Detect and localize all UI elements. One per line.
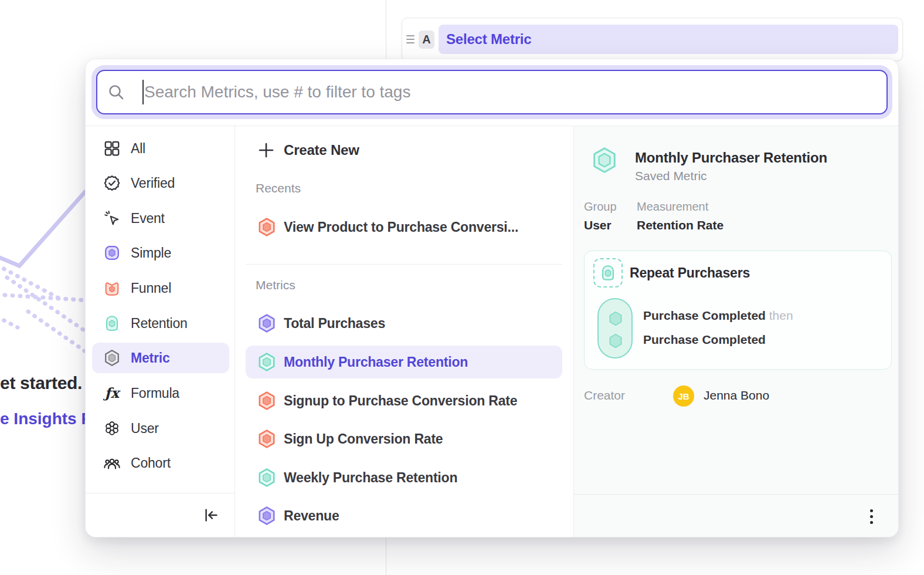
sidebar-item-label: Verified <box>131 175 175 191</box>
search-box <box>96 70 888 114</box>
teal-metric-hexagon-icon <box>257 352 277 372</box>
metrics-section-label: Metrics <box>256 276 295 294</box>
step-two-text: Purchase Completed <box>643 333 766 347</box>
metric-hexagon-icon <box>103 349 121 367</box>
sidebar-item-cohort[interactable]: Cohort <box>92 448 229 478</box>
sidebar-item-user[interactable]: User <box>92 413 229 444</box>
metric-item-label: Sign Up Conversion Rate <box>284 431 443 447</box>
metric-item-revenue[interactable]: Revenue <box>246 499 562 532</box>
salmon-metric-hexagon-icon <box>257 391 277 411</box>
metric-item-label: Monthly Purchaser Retention <box>284 354 468 370</box>
picker-columns: All Verified Event <box>86 126 898 537</box>
retention-icon <box>103 314 121 332</box>
details-title: Monthly Purchaser Retention <box>635 150 827 166</box>
more-options-icon[interactable] <box>865 506 877 526</box>
sidebar-item-all[interactable]: All <box>92 133 229 164</box>
metric-item-label: Revenue <box>284 508 339 524</box>
sidebar-item-metric[interactable]: Metric <box>92 343 229 373</box>
sidebar-item-label: All <box>131 141 145 157</box>
sidebar-item-label: User <box>131 421 159 437</box>
sidebar-item-simple[interactable]: Simple <box>92 238 229 268</box>
sidebar-item-label: Event <box>131 211 165 226</box>
sidebar-item-label: Formula <box>131 385 179 401</box>
sidebar-item-label: Simple <box>131 245 171 261</box>
drag-handle-icon[interactable] <box>406 35 415 43</box>
creator-name: Jenna Bono <box>704 388 769 402</box>
group-value: User <box>584 218 612 232</box>
user-flower-icon <box>103 420 121 437</box>
search-focus-ring <box>91 65 892 119</box>
metric-list-column: Create New Recents View Product to Purch… <box>235 126 574 537</box>
cohort-people-icon <box>103 454 121 472</box>
metric-picker-modal: All Verified Event <box>85 59 899 537</box>
metric-item-total-purchases[interactable]: Total Purchases <box>246 307 562 340</box>
metric-item-weekly-purchase-retention[interactable]: Weekly Purchase Retention <box>246 461 562 494</box>
metric-item-label: Signup to Purchase Conversion Rate <box>284 393 517 409</box>
search-icon <box>107 83 125 101</box>
creator-avatar: JB <box>673 385 694 407</box>
then-connector: then <box>769 309 793 322</box>
select-metric-label: Select Metric <box>446 31 531 48</box>
metric-item-signup-to-purchase[interactable]: Signup to Purchase Conversion Rate <box>246 384 562 417</box>
teal-metric-hexagon-icon <box>257 468 277 488</box>
details-footer <box>574 494 898 537</box>
metric-item-label: Total Purchases <box>284 316 385 332</box>
metric-item-label: View Product to Purchase Conversi... <box>284 219 518 235</box>
group-label: Group <box>584 200 617 214</box>
salmon-metric-hexagon-icon <box>257 429 277 449</box>
sidebar-item-label: Funnel <box>131 280 171 296</box>
sidebar-item-label: Retention <box>131 316 188 332</box>
measurement-value: Retention Rate <box>637 218 723 232</box>
select-metric-field[interactable]: Select Metric <box>439 25 898 54</box>
section-divider <box>246 264 562 265</box>
formula-fx-icon: ƒx <box>103 384 121 402</box>
measurement-label: Measurement <box>637 200 708 214</box>
step-one-text: Purchase Completed then <box>643 309 793 323</box>
sidebar-item-label: Metric <box>131 350 170 366</box>
recent-metric-item[interactable]: View Product to Purchase Conversi... <box>246 211 562 243</box>
saved-metric-hexagon-icon <box>590 146 619 174</box>
sidebar-item-verified[interactable]: Verified <box>92 168 229 198</box>
metric-query-bar: A Select Metric <box>402 18 903 61</box>
metric-item-sign-up-conversion[interactable]: Sign Up Conversion Rate <box>246 422 562 455</box>
sidebar-item-label: Cohort <box>131 455 171 471</box>
funnel-metric-hexagon-icon <box>257 217 277 237</box>
create-new-label: Create New <box>284 142 359 158</box>
query-block-badge: A <box>419 31 434 49</box>
metric-item-label: Weekly Purchase Retention <box>284 470 457 486</box>
purple-metric-hexagon-icon <box>257 313 277 333</box>
sidebar-footer <box>86 493 235 537</box>
plus-icon <box>259 143 274 158</box>
verified-badge-icon <box>103 174 121 192</box>
text-caret <box>142 80 144 104</box>
funnel-icon <box>103 279 121 297</box>
grid-icon <box>103 140 121 157</box>
recents-section-label: Recents <box>256 180 301 197</box>
sidebar-item-retention[interactable]: Retention <box>92 308 229 339</box>
sidebar-item-formula[interactable]: ƒx Formula <box>92 378 229 408</box>
definition-card-title: Repeat Purchasers <box>630 265 750 281</box>
search-input[interactable] <box>97 71 886 113</box>
filter-sidebar: All Verified Event <box>86 126 235 537</box>
simple-metric-icon <box>103 244 121 262</box>
app-root: { "colors":{ "accent":"#5246d6","accent_… <box>0 0 924 575</box>
create-new-button[interactable]: Create New <box>246 134 562 167</box>
definition-card: Repeat Purchasers Purchase Completed the… <box>584 251 892 370</box>
creator-label: Creator <box>584 388 625 402</box>
sidebar-item-funnel[interactable]: Funnel <box>92 273 229 303</box>
purple-metric-hexagon-icon <box>257 506 277 526</box>
details-subtitle: Saved Metric <box>635 169 707 183</box>
event-steps-pill <box>597 298 633 358</box>
metric-details-panel: Monthly Purchaser Retention Saved Metric… <box>574 126 898 537</box>
retention-definition-icon <box>593 258 623 288</box>
collapse-sidebar-icon[interactable] <box>202 506 220 524</box>
event-step-hexagon-icon <box>607 333 624 349</box>
sidebar-item-event[interactable]: Event <box>92 203 229 234</box>
background-heading-fragment: et started. <box>0 373 82 393</box>
metric-item-monthly-purchaser-retention[interactable]: Monthly Purchaser Retention <box>246 346 562 378</box>
event-cursor-icon <box>103 209 121 227</box>
event-step-hexagon-icon <box>607 310 624 327</box>
svg-text:ƒx: ƒx <box>103 385 121 401</box>
